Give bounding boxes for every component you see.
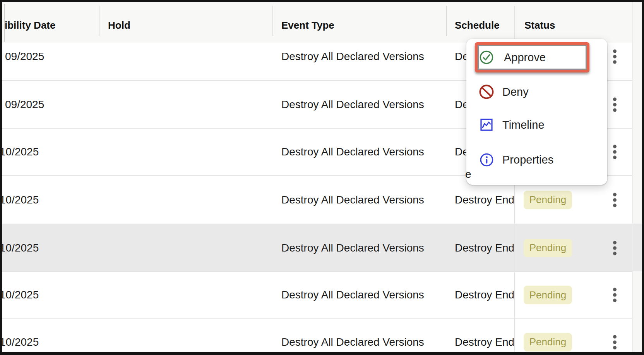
cell-schedule: Destroy End: [455, 242, 514, 254]
screenshot-border: [0, 0, 644, 2]
cell-eligibility-date: 09/2025: [5, 50, 44, 63]
column-divider: [99, 6, 99, 36]
status-badge: Pending: [524, 191, 572, 209]
column-header-hold: Hold: [108, 19, 130, 31]
menu-item-timeline[interactable]: Timeline: [479, 115, 545, 134]
column-divider: [272, 6, 273, 36]
cell-eligibility-date: 10/2025: [0, 194, 39, 206]
deny-icon: [479, 84, 494, 100]
cell-event-type: Destroy All Declared Versions: [281, 336, 424, 348]
properties-info-icon: [479, 153, 494, 167]
right-gutter: [633, 271, 642, 352]
cell-event-type: Destroy All Declared Versions: [281, 98, 424, 111]
menu-item-properties[interactable]: Properties: [479, 150, 553, 169]
status-badge: Pending: [524, 333, 572, 352]
cell-event-type: Destroy All Declared Versions: [281, 289, 424, 301]
table-row[interactable]: 10/2025 Destroy All Declared Versions De…: [0, 318, 644, 355]
status-badge: Pending: [524, 286, 572, 304]
cell-schedule: Destroy End: [455, 289, 514, 301]
screenshot-border: [0, 352, 644, 355]
status-badge: Pending: [524, 239, 572, 257]
records-table-screen: ibility Date Hold Event Type Schedule St…: [0, 0, 644, 355]
menu-item-label: Timeline: [502, 119, 545, 131]
cell-eligibility-date: 10/2025: [0, 242, 39, 254]
cell-event-type: Destroy All Declared Versions: [281, 242, 424, 254]
cell-event-type: Destroy All Declared Versions: [281, 146, 424, 158]
cell-event-type: Destroy All Declared Versions: [281, 194, 424, 206]
approve-check-icon: [479, 50, 494, 65]
menu-item-label: Approve: [504, 51, 546, 64]
cell-schedule: Destroy End: [455, 336, 514, 348]
table-row[interactable]: 10/2025 Destroy All Declared Versions De…: [0, 271, 644, 318]
cell-eligibility-date: 10/2025: [0, 146, 39, 158]
row-actions-kebab-icon[interactable]: [609, 241, 620, 255]
row-actions-kebab-icon[interactable]: [609, 49, 620, 64]
menu-item-label: Deny: [502, 86, 529, 98]
table-header-row: ibility Date Hold Event Type Schedule St…: [0, 2, 644, 43]
screenshot-border: [0, 0, 2, 355]
row-actions-context-menu: Approve Deny Timeline: [466, 39, 607, 185]
row-actions-kebab-icon[interactable]: [609, 97, 620, 112]
clipped-text-artifact: e: [465, 168, 471, 181]
cell-eligibility-date: 09/2025: [5, 98, 44, 111]
cell-eligibility-date: 10/2025: [0, 289, 39, 301]
row-actions-kebab-icon[interactable]: [609, 145, 620, 159]
column-header-schedule: Schedule: [455, 19, 500, 31]
table-row-selected[interactable]: 10/2025 Destroy All Declared Versions De…: [0, 224, 644, 271]
cell-event-type: Destroy All Declared Versions: [281, 50, 424, 63]
right-gutter: [633, 2, 642, 224]
menu-item-deny[interactable]: Deny: [479, 82, 529, 102]
cell-eligibility-date: 10/2025: [0, 336, 39, 348]
row-actions-kebab-icon[interactable]: [609, 335, 620, 349]
approve-highlight-annotation: Approve: [475, 42, 589, 72]
cell-schedule: Destroy End: [455, 194, 514, 206]
row-actions-kebab-icon[interactable]: [609, 193, 620, 207]
column-divider: [446, 6, 447, 36]
screenshot-border: [642, 0, 644, 355]
row-actions-kebab-icon[interactable]: [609, 288, 620, 302]
column-header-event-type: Event Type: [281, 19, 334, 31]
column-header-status: Status: [524, 19, 555, 31]
column-header-eligibility-date: ibility Date: [5, 19, 55, 31]
timeline-chart-icon: [479, 119, 494, 131]
menu-item-label: Properties: [502, 153, 553, 166]
menu-item-approve[interactable]: Approve: [478, 45, 587, 70]
